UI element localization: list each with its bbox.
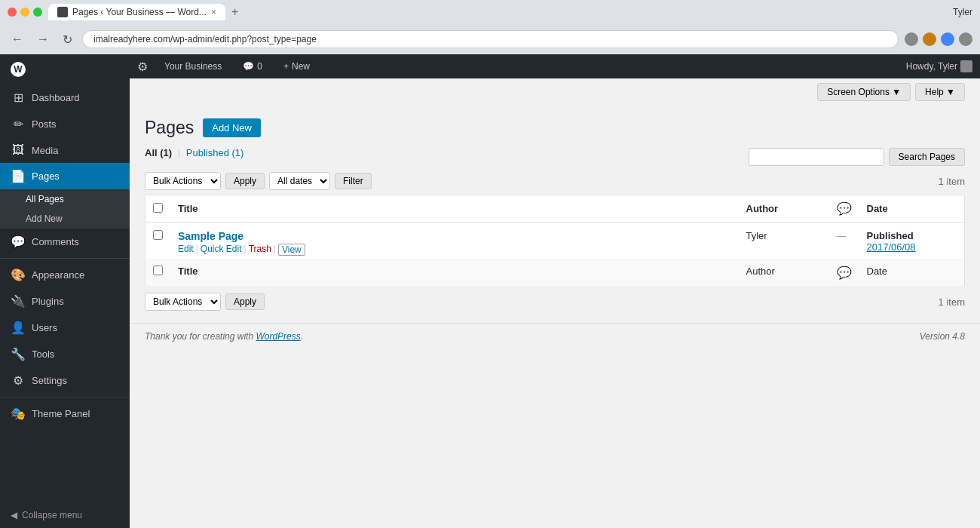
new-tab-icon[interactable]: +: [231, 5, 238, 19]
author-name: Tyler: [746, 230, 767, 241]
sidebar-divider: [0, 258, 130, 259]
comments-count: 0: [257, 61, 262, 72]
select-all-header: [145, 195, 171, 223]
sidebar-item-comments[interactable]: 💬 Comments: [0, 229, 130, 255]
quick-edit-action[interactable]: Quick Edit: [201, 244, 242, 256]
sidebar-item-label: Users: [32, 322, 57, 333]
sidebar-item-label: Posts: [32, 118, 57, 130]
filter-published[interactable]: Published (1): [186, 147, 244, 158]
edit-action[interactable]: Edit: [178, 244, 194, 256]
users-icon: 👤: [11, 321, 26, 335]
row-checkbox-cell: [145, 223, 171, 259]
minimize-dot[interactable]: [20, 8, 29, 17]
footer-row-checkbox[interactable]: [153, 266, 163, 275]
footer-checkbox-cell: [145, 259, 171, 287]
admin-avatar[interactable]: [960, 60, 972, 72]
row-checkbox[interactable]: [153, 230, 163, 240]
footer-title-cell: Title: [170, 259, 739, 287]
sidebar-item-tools[interactable]: 🔧 Tools: [0, 341, 130, 367]
pages-subitems: All Pages Add New: [0, 189, 130, 229]
tab-favicon: [57, 7, 68, 17]
theme-panel-icon: 🎭: [11, 407, 26, 421]
title-column-label: Title: [178, 203, 198, 214]
tab-title: Pages ‹ Your Business — Word...: [72, 7, 207, 17]
bulk-actions-top-select[interactable]: Bulk Actions: [145, 172, 221, 190]
add-new-label: Add New: [26, 213, 63, 224]
footer-comments-cell: 💬: [829, 259, 859, 287]
address-text: imalreadyhere.com/wp-admin/edit.php?post…: [93, 34, 317, 45]
posts-icon: ✏: [11, 117, 26, 131]
tab-close-icon[interactable]: ×: [211, 7, 216, 17]
author-header[interactable]: Author: [739, 195, 829, 223]
help-button[interactable]: Help ▼: [915, 83, 965, 101]
menu-icon[interactable]: [959, 32, 972, 46]
extensions-icon[interactable]: [923, 32, 936, 46]
sidebar-item-pages[interactable]: 📄 Pages: [0, 163, 130, 189]
plugins-icon: 🔌: [11, 294, 26, 309]
sidebar-item-appearance[interactable]: 🎨 Appearance: [0, 262, 130, 288]
sidebar-item-posts[interactable]: ✏ Posts: [0, 111, 130, 137]
close-dot[interactable]: [8, 8, 17, 17]
admin-bar-right: Howdy, Tyler: [906, 60, 972, 72]
page-title-link[interactable]: Sample Page: [178, 230, 243, 242]
sidebar-item-users[interactable]: 👤 Users: [0, 315, 130, 341]
trash-action[interactable]: Trash: [249, 244, 271, 256]
sidebar-item-label: Dashboard: [32, 92, 80, 103]
main-inner: Pages Add New All (1) | Published (1) Se…: [130, 106, 980, 323]
footer-date-label: Date: [867, 266, 887, 277]
add-new-button[interactable]: Add New: [203, 118, 261, 137]
apply-top-button[interactable]: Apply: [225, 173, 265, 189]
date-filter-select[interactable]: All dates: [269, 172, 330, 190]
comments-header[interactable]: 💬: [829, 195, 859, 223]
filter-button[interactable]: Filter: [335, 173, 372, 189]
profile-icon[interactable]: [941, 32, 954, 46]
view-action[interactable]: View: [278, 244, 305, 256]
apply-bottom-button[interactable]: Apply: [225, 293, 265, 310]
all-pages-label: All Pages: [26, 194, 64, 204]
search-pages-input[interactable]: [749, 148, 884, 166]
collapse-menu-button[interactable]: ◀ Collapse menu: [0, 502, 130, 528]
bookmark-icon[interactable]: [905, 32, 918, 46]
title-header[interactable]: Title: [170, 195, 739, 223]
sidebar-item-plugins[interactable]: 🔌 Plugins: [0, 288, 130, 315]
wp-admin-logo[interactable]: ⚙: [137, 60, 148, 74]
wordpress-link[interactable]: WordPress: [256, 331, 300, 342]
sidebar-subitem-add-new[interactable]: Add New: [0, 209, 130, 229]
sidebar-item-theme-panel[interactable]: 🎭 Theme Panel: [0, 401, 130, 427]
media-icon: 🖼: [11, 143, 26, 157]
address-bar[interactable]: imalreadyhere.com/wp-admin/edit.php?post…: [82, 30, 899, 48]
collapse-icon: ◀: [11, 510, 17, 520]
browser-chrome: Pages ‹ Your Business — Word... × + Tyle…: [0, 0, 980, 54]
wp-admin-bar: ⚙ Your Business 💬 0 + New Howdy, Tyler: [130, 54, 980, 78]
wp-admin: W ⊞ Dashboard ✏ Posts 🖼 Media 📄 Pages Al…: [0, 54, 980, 528]
sidebar-item-dashboard[interactable]: ⊞ Dashboard: [0, 84, 130, 111]
search-area: Search Pages: [749, 148, 965, 166]
screen-options-button[interactable]: Screen Options ▼: [817, 83, 911, 101]
settings-icon: ⚙: [11, 373, 26, 388]
comments-count-cell: —: [837, 230, 847, 241]
sidebar-logo: W: [0, 54, 130, 84]
bottom-table-controls: Bulk Actions Apply 1 item: [145, 293, 965, 311]
search-pages-button[interactable]: Search Pages: [889, 148, 965, 166]
sidebar-item-settings[interactable]: ⚙ Settings: [0, 367, 130, 394]
admin-bar-comments[interactable]: 💬 0: [238, 54, 267, 78]
sidebar-subitem-all-pages[interactable]: All Pages: [0, 189, 130, 209]
refresh-button[interactable]: ↻: [59, 31, 76, 48]
forward-button[interactable]: →: [33, 31, 53, 48]
back-button[interactable]: ←: [8, 31, 27, 48]
admin-bar-new[interactable]: + New: [279, 54, 314, 78]
browser-tab[interactable]: Pages ‹ Your Business — Word... ×: [48, 4, 225, 20]
maximize-dot[interactable]: [33, 8, 42, 17]
date-value[interactable]: 2017/06/08: [867, 241, 916, 253]
bulk-actions-bottom-select[interactable]: Bulk Actions: [145, 293, 221, 311]
table-row: Sample Page Edit | Quick Edit | Trash | …: [145, 223, 965, 259]
select-all-checkbox[interactable]: [153, 203, 163, 213]
wp-logo-icon: W: [11, 62, 26, 77]
footer-date-cell: Date: [859, 259, 965, 287]
site-name: Your Business: [164, 61, 222, 72]
sidebar-item-media[interactable]: 🖼 Media: [0, 137, 130, 163]
filter-all[interactable]: All (1): [145, 147, 172, 158]
date-header[interactable]: Date: [859, 195, 965, 223]
admin-bar-site[interactable]: Your Business: [160, 54, 226, 78]
date-column-label: Date: [867, 203, 888, 214]
